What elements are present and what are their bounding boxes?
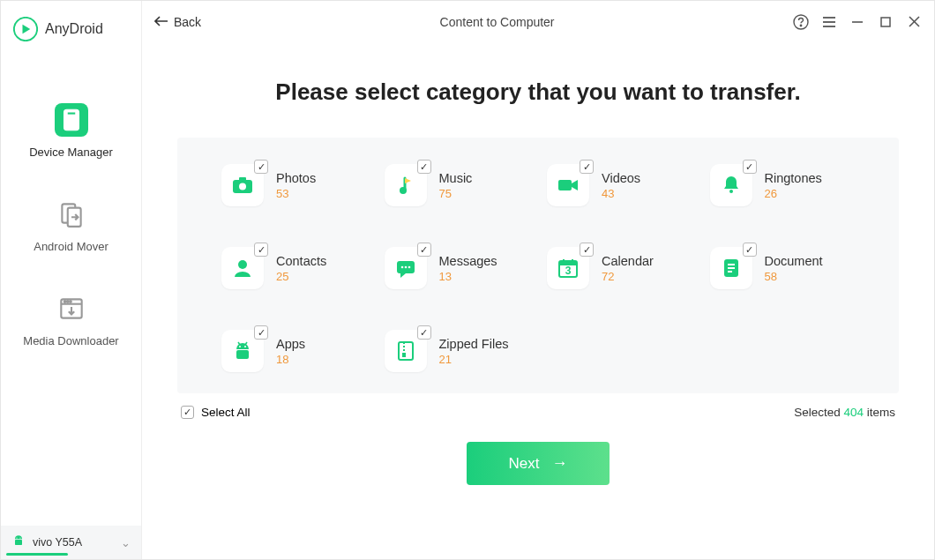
category-count: 43 — [602, 187, 640, 200]
apps-icon — [221, 330, 264, 372]
svg-point-11 — [19, 537, 20, 538]
svg-point-25 — [400, 187, 407, 194]
category-ringtones[interactable]: Ringtones26 — [710, 164, 856, 206]
svg-rect-49 — [402, 353, 406, 357]
calendar-icon: 3 — [547, 247, 589, 289]
content: Please select category that you want to … — [142, 43, 934, 559]
category-videos[interactable]: Videos43 — [547, 164, 692, 206]
zipped-files-icon — [385, 330, 427, 372]
svg-rect-46 — [236, 350, 249, 359]
svg-point-14 — [800, 25, 801, 26]
checkbox-icon — [181, 406, 194, 419]
svg-point-28 — [238, 260, 247, 269]
check-icon — [417, 160, 431, 174]
category-label: Photos — [276, 171, 316, 185]
check-icon — [743, 243, 757, 257]
svg-point-24 — [239, 183, 246, 190]
category-count: 26 — [765, 187, 822, 200]
titlebar: Back Content to Computer — [142, 1, 934, 43]
sidebar-item-media-downloader[interactable]: Media Downloader — [1, 273, 141, 367]
messages-icon — [385, 247, 427, 289]
help-icon[interactable] — [793, 14, 809, 30]
category-label: Document — [765, 254, 823, 268]
svg-line-44 — [238, 342, 240, 345]
device-name: vivo Y55A — [33, 536, 82, 549]
selection-summary: Selected 404 items — [794, 406, 895, 419]
category-messages[interactable]: Messages13 — [385, 247, 530, 289]
category-apps[interactable]: Apps18 — [221, 330, 367, 372]
maximize-button[interactable] — [878, 14, 894, 30]
check-icon — [254, 160, 268, 174]
svg-text:3: 3 — [565, 265, 572, 277]
check-icon — [580, 160, 594, 174]
back-label: Back — [174, 15, 201, 29]
sidebar-nav: Device Manager Android Mover Media Downl… — [1, 57, 141, 526]
category-contacts[interactable]: Contacts25 — [221, 247, 367, 289]
category-calendar[interactable]: 3 Calendar72 — [547, 247, 692, 289]
category-count: 21 — [439, 353, 509, 366]
sidebar-item-device-manager[interactable]: Device Manager — [1, 84, 141, 178]
svg-point-32 — [408, 266, 410, 269]
select-all-checkbox[interactable]: Select All — [181, 406, 251, 419]
check-icon — [580, 243, 594, 257]
category-label: Messages — [439, 254, 497, 268]
category-count: 72 — [602, 270, 654, 283]
svg-point-7 — [64, 301, 65, 302]
sidebar: AnyDroid Device Manager Android Mover Me… — [1, 1, 142, 559]
category-grid: Photos53 Music75 Videos43 Ringtones26 Co — [221, 164, 855, 372]
category-document[interactable]: Document58 — [710, 247, 856, 289]
category-label: Calendar — [602, 254, 654, 268]
arrow-right-icon: → — [551, 454, 567, 473]
sidebar-label: Device Manager — [29, 146, 113, 159]
device-manager-icon — [55, 103, 88, 137]
media-downloader-icon — [55, 292, 88, 325]
sidebar-item-android-mover[interactable]: Android Mover — [1, 178, 141, 273]
page-title: Content to Computer — [201, 15, 793, 29]
close-button[interactable] — [906, 14, 922, 30]
videos-icon — [547, 164, 589, 206]
category-music[interactable]: Music75 — [385, 164, 530, 206]
category-count: 18 — [276, 353, 305, 366]
chevron-down-icon: ⌄ — [121, 536, 131, 549]
android-icon — [11, 534, 26, 551]
sidebar-label: Android Mover — [34, 240, 108, 253]
app-logo: AnyDroid — [1, 1, 141, 57]
back-button[interactable]: Back — [154, 15, 201, 29]
svg-point-9 — [70, 301, 71, 302]
arrow-left-icon — [154, 15, 168, 29]
contacts-icon — [221, 247, 264, 289]
svg-point-8 — [66, 301, 68, 302]
svg-rect-12 — [15, 540, 22, 545]
select-all-label: Select All — [201, 406, 251, 419]
svg-rect-26 — [558, 180, 572, 190]
svg-rect-23 — [239, 177, 246, 182]
category-count: 13 — [439, 270, 497, 283]
svg-point-10 — [16, 537, 17, 538]
next-button[interactable]: Next → — [467, 442, 610, 485]
document-icon — [710, 247, 752, 289]
category-label: Apps — [276, 337, 305, 351]
app-name: AnyDroid — [45, 21, 103, 37]
device-selector[interactable]: vivo Y55A ⌄ — [1, 526, 141, 559]
category-label: Videos — [602, 171, 640, 185]
sidebar-label: Media Downloader — [23, 334, 118, 347]
check-icon — [254, 243, 268, 257]
window-controls — [793, 14, 922, 30]
minimize-button[interactable] — [849, 14, 865, 30]
category-count: 58 — [765, 270, 823, 283]
anydroid-logo-icon — [13, 17, 38, 41]
panel-footer: Select All Selected 404 items — [177, 393, 899, 419]
category-photos[interactable]: Photos53 — [221, 164, 367, 206]
category-label: Music — [439, 171, 473, 185]
svg-rect-19 — [881, 18, 890, 26]
svg-point-43 — [244, 346, 246, 347]
category-count: 75 — [439, 187, 473, 200]
device-storage-bar — [6, 553, 68, 556]
selected-count: 404 — [843, 406, 864, 419]
menu-icon[interactable] — [821, 14, 837, 30]
svg-point-31 — [404, 266, 407, 269]
check-icon — [417, 243, 431, 257]
check-icon — [417, 325, 431, 340]
category-zipped-files[interactable]: Zipped Files21 — [385, 330, 530, 372]
music-icon — [385, 164, 427, 206]
